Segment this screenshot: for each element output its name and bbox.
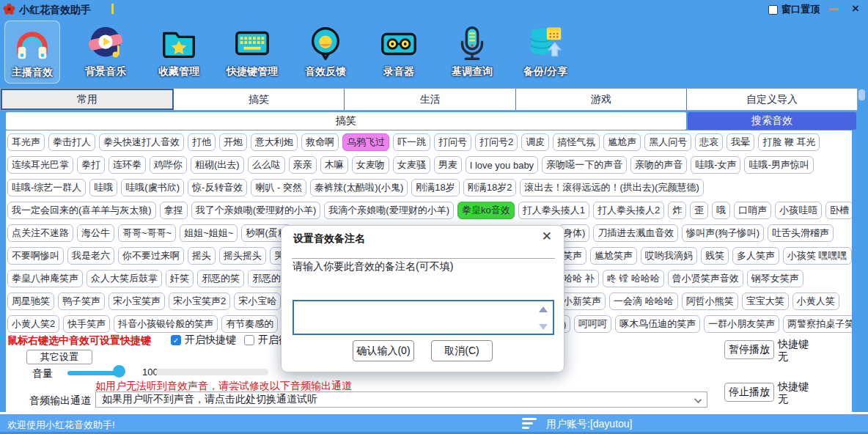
sound-effect-button[interactable]: 木嘛 — [320, 156, 348, 174]
sound-effect-button[interactable]: 开炮 — [219, 133, 247, 151]
scroll-down-icon[interactable] — [539, 324, 548, 330]
sound-effect-button[interactable]: 哎哟我滴妈 — [641, 247, 697, 265]
other-settings-button[interactable]: 其它设置 — [26, 350, 92, 364]
stop-playback-button[interactable]: 停止播放 — [724, 383, 774, 402]
sound-effect-button[interactable]: 鸭子笑声 — [58, 293, 105, 310]
sound-effect-button[interactable]: 哇哦(虞书欣) — [121, 179, 184, 196]
sound-effect-button[interactable]: 邪恶的笑 — [197, 270, 244, 287]
sound-effect-button[interactable]: 搞怪气氛 — [553, 133, 600, 151]
sound-effect-button[interactable]: 小新笑声 — [559, 293, 606, 310]
sound-effect-button[interactable]: 呵呵呵 — [574, 315, 611, 333]
sound-effect-button[interactable]: 一群小朋友笑声 — [704, 315, 779, 333]
sound-effect-button[interactable]: 乌鸦飞过 — [342, 133, 389, 151]
sound-effect-button[interactable]: 刚满18岁 — [411, 179, 459, 196]
sound-effect-button[interactable]: 众人大笑后鼓掌 — [87, 270, 162, 287]
sound-effect-button[interactable]: 一会滴 哈哈哈 — [609, 293, 678, 310]
sound-effect-button[interactable]: 两警察拍桌子笑 — [783, 315, 852, 333]
sound-effect-button[interactable]: 意大利炮 — [251, 133, 298, 151]
toolbar-item-background-music[interactable]: 背景音乐 — [78, 21, 133, 84]
sound-effect-button[interactable]: 我了个亲娘嘞(爱理财的小羊) — [191, 202, 321, 219]
sound-effect-button[interactable]: 歪 — [690, 202, 708, 219]
window-pin-checkbox[interactable]: 窗口置顶 — [768, 3, 820, 16]
sound-effect-button[interactable]: 我是老六 — [67, 247, 114, 265]
sound-effect-button[interactable]: 邪恶的 — [248, 270, 285, 287]
volume-slider-thumb[interactable] — [113, 365, 125, 378]
sound-effect-button[interactable]: 摇头摇头 — [219, 247, 266, 265]
sound-effect-button[interactable]: 小孩笑 嘿嘿嘿 — [783, 247, 852, 265]
sound-effect-button[interactable]: 哇哦-男声惊叫 — [744, 156, 813, 174]
minimize-icon[interactable] — [829, 8, 839, 10]
sound-effect-button[interactable]: 女麦吻 — [352, 156, 389, 174]
sound-effect-button[interactable]: 海公牛 — [77, 224, 114, 242]
sound-effect-button[interactable]: 炸 — [668, 202, 686, 219]
sound-effect-button[interactable]: 我滴个亲娘嘞(爱理财的小羊) — [324, 202, 454, 219]
sound-effect-button[interactable]: 刀插进去溅血音效 — [593, 224, 678, 242]
cancel-button[interactable]: 取消(C) — [431, 340, 493, 361]
sound-effect-button[interactable]: 耳光声 — [7, 133, 45, 151]
sound-effect-button[interactable]: 打他 — [188, 133, 216, 151]
enable-hotkey-checkbox[interactable]: ✓ 开启快捷键 — [171, 334, 236, 347]
sound-effect-button[interactable]: 点关注不迷路 — [7, 224, 73, 242]
sound-effect-button[interactable]: 女麦骚 — [393, 156, 430, 174]
sound-effect-button[interactable]: 粗砌(出去) — [191, 156, 244, 174]
toolbar-item-live-sound[interactable]: 主播音效 — [4, 21, 60, 84]
toolbar-item-hotkey-manager[interactable]: 快捷键管理 — [224, 21, 280, 84]
sound-effect-button[interactable]: 泰裤辣(太酷啦)(小鬼) — [310, 179, 408, 196]
sound-effect-button[interactable]: 拳头快速打人音效 — [99, 133, 184, 151]
sound-effect-button[interactable]: 周星驰笑 — [7, 293, 54, 310]
sound-effect-button[interactable]: 啄木鸟伍迪的笑声 — [615, 315, 700, 333]
sound-effect-button[interactable]: 亲吻噁一下的声音 — [542, 156, 627, 174]
sound-effect-button[interactable]: 打脸 鞭 耳光 — [758, 133, 820, 151]
tab-custom-import[interactable]: 自定义导入 — [687, 89, 857, 110]
subcategory-bar[interactable]: 搞笑 — [6, 112, 686, 130]
sound-effect-button[interactable]: 我晕 — [727, 133, 754, 151]
sound-effect-button[interactable]: 打人拳头揍人1 — [518, 202, 589, 219]
sound-effect-button[interactable]: 宋小宝笑声 — [108, 293, 165, 310]
tab-game[interactable]: 游戏 — [516, 89, 687, 110]
toolbar-item-favorites[interactable]: 收藏管理 — [151, 21, 207, 84]
sound-effect-button[interactable]: 姐姐~姐姐~ — [180, 224, 238, 242]
sound-effect-button[interactable]: 打人拳头揍人2 — [593, 202, 664, 219]
sound-effect-button[interactable]: 连续耳光巴掌 — [7, 156, 73, 174]
sound-effect-button[interactable]: 打问号 — [434, 133, 471, 151]
sound-effect-button[interactable]: 哇哦 — [89, 179, 117, 196]
sound-effect-button[interactable]: 男麦 — [434, 156, 462, 174]
sound-effect-button[interactable]: 拿捏 — [160, 202, 188, 219]
sound-effect-button[interactable]: 奸笑 — [166, 270, 194, 287]
sound-effect-button[interactable]: 亲吻的声音 — [630, 156, 687, 174]
toolbar-item-key-query[interactable]: 基调查询 — [444, 21, 500, 84]
sound-effect-button[interactable]: 我一定会回来的(喜羊羊与灰太狼) — [7, 202, 156, 219]
menu-icon[interactable] — [522, 418, 537, 429]
sound-effect-button[interactable]: 拳皇ko音效 — [457, 202, 515, 219]
pause-playback-button[interactable]: 暂停播放 — [724, 340, 774, 359]
sound-effect-button[interactable]: 有节奏感的 — [221, 315, 278, 333]
sound-effect-button[interactable]: 多人笑声 — [732, 247, 779, 265]
sound-effect-button[interactable]: 吐舌头滑稽声 — [768, 224, 834, 242]
sound-effect-button[interactable]: 拳皇八神庵笑声 — [7, 270, 83, 287]
sound-effect-button[interactable]: 卧槽 — [825, 202, 852, 219]
sound-effect-button[interactable]: 调皮 — [521, 133, 549, 151]
sound-effect-button[interactable]: 哦 — [712, 202, 730, 219]
sound-effect-button[interactable]: 摇头 — [188, 247, 216, 265]
dialog-close-icon[interactable]: ✕ — [542, 230, 552, 243]
sound-effect-button[interactable]: 救命啊 — [301, 133, 339, 151]
sound-effect-button[interactable]: 哥哥~哥哥~ — [118, 224, 176, 242]
sound-effect-button[interactable]: 贱笑 — [701, 247, 729, 265]
sound-effect-button[interactable]: 小黄人笑 — [792, 293, 839, 310]
sound-effect-button[interactable]: 么么哒 — [248, 156, 285, 174]
sound-effect-button[interactable]: 刚满18岁2 — [463, 179, 517, 196]
sound-effect-button[interactable]: 哈哈 补 — [559, 270, 599, 287]
sound-effect-button[interactable]: 哇哦-女声 — [691, 156, 740, 174]
sound-effect-button[interactable]: 阿哲小熊笑 — [682, 293, 738, 310]
sound-effect-button[interactable]: 黑人问号 — [644, 133, 691, 151]
sound-effect-button[interactable]: 宋小宝笑声2 — [169, 293, 230, 310]
audio-channel-select[interactable]: 如果用户听不到声音，请点击此处切换通道试听 — [95, 391, 707, 408]
sound-effect-button[interactable]: 悲哀 — [695, 133, 723, 151]
sound-effect-button[interactable]: 宋小宝哈 — [234, 293, 281, 310]
sound-effect-button[interactable]: 口哨声 — [734, 202, 771, 219]
close-icon[interactable]: × — [852, 1, 859, 16]
sound-effect-button[interactable]: 滚出去！滚得远远的！(拱出去)(完颜慧德) — [520, 179, 703, 196]
sound-effect-button[interactable]: 吓一跳 — [393, 133, 430, 151]
sound-effect-button[interactable]: 喇叭 - 突然 — [251, 179, 306, 196]
toolbar-item-sound-feedback[interactable]: 音效反馈 — [298, 21, 353, 84]
